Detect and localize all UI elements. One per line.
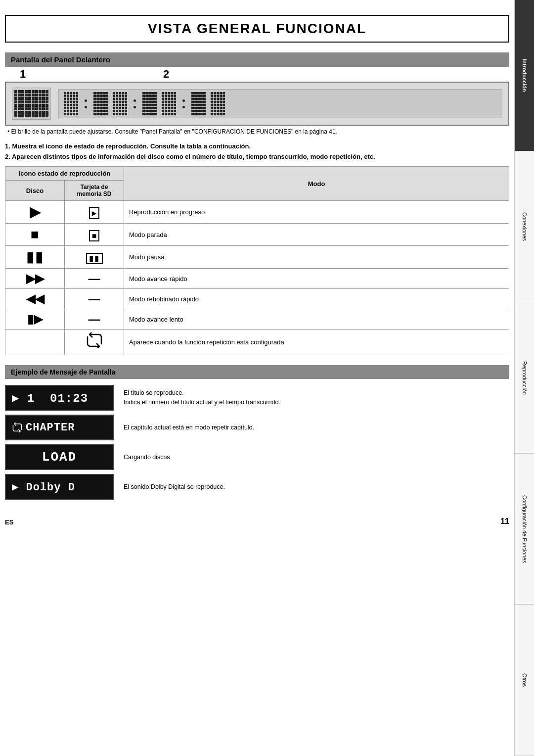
icon-sd-repeat xyxy=(65,330,124,355)
right-sidebar: Introducción Conexiones Reproducción Con… xyxy=(514,0,534,756)
mode-ff: Modo avance rápido xyxy=(124,269,509,289)
table-row: ◀◀ — Modo rebobinado rápido xyxy=(5,289,509,309)
icon-sd-slow: — xyxy=(65,309,124,330)
icon-disc-pause: ▮▮ xyxy=(5,246,65,269)
sidebar-label-introduccion: Introducción xyxy=(522,59,528,92)
table-col-sd: Tarjeta de memoria SD xyxy=(65,181,124,201)
screen-example-4: ▶ Dolby D El sonido Dolby Digital se rep… xyxy=(5,474,509,500)
sidebar-label-reproduccion: Reproducción xyxy=(522,361,528,395)
display-block-1 xyxy=(12,88,51,120)
screen-section: Ejemplo de Mensaje de Pantalla ▶ 1 01:23… xyxy=(5,365,509,500)
table-row: ▶ ▶ Reproducción en progreso xyxy=(5,201,509,224)
sidebar-item-reproduccion[interactable]: Reproducción xyxy=(515,302,534,454)
mode-play: Reproducción en progreso xyxy=(124,201,509,224)
sidebar-item-introduccion[interactable]: Introducción xyxy=(515,0,534,151)
screen-display-2: CHAPTER xyxy=(5,415,114,440)
screen-display-4: ▶ Dolby D xyxy=(5,474,114,500)
mode-rew: Modo rebobinado rápido xyxy=(124,289,509,309)
icon-sd-ff: — xyxy=(65,269,124,289)
table-header-span: Icono estado de reproducción xyxy=(5,167,124,181)
table-row: ■ ■ Modo parada xyxy=(5,224,509,246)
icon-disc-slow: ▮▶ xyxy=(5,309,65,330)
screen-desc-1: El título se reproduce. Indica el número… xyxy=(124,388,509,407)
panel-label-1: 1 xyxy=(20,68,26,81)
sidebar-item-conexiones[interactable]: Conexiones xyxy=(515,151,534,303)
table-col-disc: Disco xyxy=(5,181,65,201)
list-item-2: 2. Aparecen distintos tipos de informaci… xyxy=(5,153,509,160)
panel-label-2: 2 xyxy=(163,68,169,81)
table-col-mode: Modo xyxy=(124,167,509,201)
icon-sd-play: ▶ xyxy=(65,201,124,224)
screen-example-2: CHAPTER El capítulo actual está en modo … xyxy=(5,415,509,440)
icon-sd-stop: ■ xyxy=(65,224,124,246)
screen-desc-4: El sonido Dolby Digital se reproduce. xyxy=(124,482,509,492)
screen-display-3: LOAD xyxy=(5,444,114,470)
table-row: ▮▶ — Modo avance lento xyxy=(5,309,509,330)
panel-footnote: • El brillo de la pantalla puede ajustar… xyxy=(5,128,509,135)
table-row: Aparece cuando la función repetición est… xyxy=(5,330,509,355)
icon-disc-rew: ◀◀ xyxy=(5,289,65,309)
screen-example-1: ▶ 1 01:23 El título se reproduce. Indica… xyxy=(5,385,509,411)
icon-disc-stop: ■ xyxy=(5,224,65,246)
mode-pause: Modo pausa xyxy=(124,246,509,269)
mode-repeat: Aparece cuando la función repetición est… xyxy=(124,330,509,355)
list-item-1: 1. Muestra el icono de estado de reprodu… xyxy=(5,142,509,150)
icon-sd-rew: — xyxy=(65,289,124,309)
screen-section-header: Ejemplo de Mensaje de Pantalla xyxy=(5,365,509,379)
screen-desc-3: Cargando discos xyxy=(124,453,509,462)
icon-disc-play: ▶ xyxy=(5,201,65,224)
section1-header: Pantalla del Panel Delantero xyxy=(5,52,509,67)
page-number: 11 xyxy=(500,517,509,526)
screen-example-3: LOAD Cargando discos xyxy=(5,444,509,470)
sidebar-item-otros[interactable]: Otros xyxy=(515,605,534,756)
sidebar-label-otros: Otros xyxy=(522,673,528,687)
icon-sd-pause: ▮▮ xyxy=(65,246,124,269)
icon-disc-ff: ▶▶ xyxy=(5,269,65,289)
icon-disc-repeat xyxy=(5,330,65,355)
page-footer: ES 11 xyxy=(5,515,509,526)
sidebar-label-configuracion: Configuración de Funciones xyxy=(522,495,528,563)
mode-slow: Modo avance lento xyxy=(124,309,509,330)
table-row: ▮▮ ▮▮ Modo pausa xyxy=(5,246,509,269)
sidebar-item-configuracion[interactable]: Configuración de Funciones xyxy=(515,454,534,605)
es-label: ES xyxy=(5,519,13,526)
screen-desc-2: El capítulo actual está en modo repetir … xyxy=(124,423,509,432)
sidebar-label-conexiones: Conexiones xyxy=(522,212,528,241)
numbered-list: 1. Muestra el icono de estado de reprodu… xyxy=(5,142,509,160)
icon-table: Icono estado de reproducción Modo Disco … xyxy=(5,166,509,355)
mode-stop: Modo parada xyxy=(124,224,509,246)
screen-display-1: ▶ 1 01:23 xyxy=(5,385,114,411)
table-row: ▶▶ — Modo avance rápido xyxy=(5,269,509,289)
page-title: VISTA GENERAL FUNCIONAL xyxy=(5,15,509,43)
screen-examples-list: ▶ 1 01:23 El título se reproduce. Indica… xyxy=(5,385,509,500)
